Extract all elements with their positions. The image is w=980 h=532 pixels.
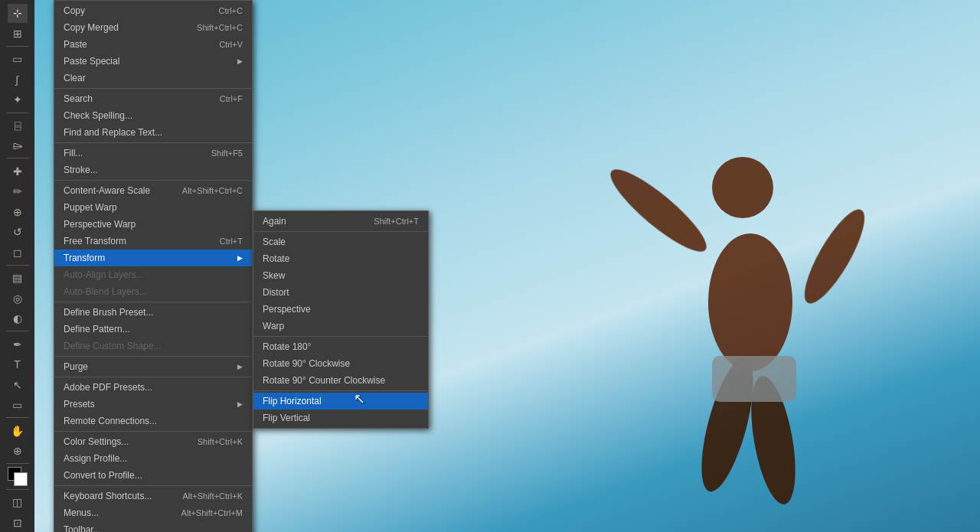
tool-brush[interactable]: ✏ [8, 182, 28, 201]
tool-screen-mode[interactable]: ⊡ [8, 513, 28, 532]
tool-eyedropper[interactable]: ⌲ [8, 136, 28, 155]
tool-pen[interactable]: ✒ [8, 335, 28, 354]
menu-item-free-transform[interactable]: Free Transform Ctrl+T [54, 233, 252, 250]
menu-item-assign-profile[interactable]: Assign Profile... [54, 450, 252, 467]
menu-item-paste-special[interactable]: Paste Special [54, 53, 252, 70]
menu-item-perspective-warp[interactable]: Perspective Warp [54, 216, 252, 233]
submenu-divider-1 [253, 231, 428, 232]
submenu-item-rotate[interactable]: Rotate [253, 250, 428, 267]
submenu-divider-3 [253, 390, 428, 391]
menu-item-content-aware-scale[interactable]: Content-Aware Scale Alt+Shift+Ctrl+C [54, 182, 252, 199]
tool-eraser[interactable]: ◻ [8, 243, 28, 262]
menu-divider-8 [54, 485, 252, 486]
menu-divider-3 [54, 180, 252, 181]
tool-dodge[interactable]: ◐ [8, 309, 28, 328]
tool-lasso[interactable]: ∫ [8, 70, 28, 89]
menu-item-purge[interactable]: Purge [54, 358, 252, 375]
toolbar-divider-2 [6, 113, 29, 113]
tool-path-select[interactable]: ↖ [8, 375, 28, 394]
submenu-item-again[interactable]: Again Shift+Ctrl+T [253, 213, 428, 230]
menu-item-define-brush-preset[interactable]: Define Brush Preset... [54, 304, 252, 321]
svg-point-0 [708, 233, 792, 371]
athlete-figure [444, 11, 942, 532]
background-color[interactable] [14, 472, 28, 486]
menu-item-paste[interactable]: Paste Ctrl+V [54, 36, 252, 53]
submenu-item-perspective[interactable]: Perspective [253, 301, 428, 318]
toolbar-divider-6 [6, 417, 29, 418]
submenu-item-rotate-90-cw[interactable]: Rotate 90° Clockwise [253, 355, 428, 372]
tool-type[interactable]: T [8, 355, 28, 374]
tool-move[interactable]: ⊹ [8, 4, 28, 23]
menu-divider-1 [54, 88, 252, 89]
tool-artboard[interactable]: ⊞ [8, 24, 28, 44]
menu-item-adobe-pdf-presets[interactable]: Adobe PDF Presets... [54, 379, 252, 396]
menu-item-transform[interactable]: Transform [54, 250, 252, 266]
tool-zoom[interactable]: ⊕ [8, 442, 28, 461]
tool-gradient[interactable]: ▤ [8, 269, 28, 288]
toolbar-divider-8 [6, 489, 29, 490]
menu-divider-7 [54, 431, 252, 432]
menu-item-toolbar[interactable]: Toolbar... [54, 521, 252, 532]
submenu-item-scale[interactable]: Scale [253, 233, 428, 250]
menu-item-fill[interactable]: Fill... Shift+F5 [54, 145, 252, 162]
menu-item-puppet-warp[interactable]: Puppet Warp [54, 199, 252, 216]
left-toolbar: ⊹ ⊞ ▭ ∫ ✦ ⌸ ⌲ ✚ ✏ ⊕ ↺ ◻ ▤ ◎ ◐ ✒ T ↖ ▭ ✋ … [0, 0, 34, 532]
menu-item-check-spelling[interactable]: Check Spelling... [54, 107, 252, 124]
toolbar-divider-1 [6, 46, 29, 47]
svg-rect-6 [712, 356, 796, 402]
menu-divider-6 [54, 377, 252, 377]
menu-item-clear[interactable]: Clear [54, 70, 252, 86]
menu-divider-4 [54, 302, 252, 302]
color-boxes[interactable] [8, 467, 28, 486]
menu-item-auto-align-layers: Auto-Align Layers... [54, 266, 252, 283]
menu-item-menus[interactable]: Menus... Alt+Shift+Ctrl+M [54, 504, 252, 521]
submenu-item-warp[interactable]: Warp [253, 318, 428, 335]
tool-marquee[interactable]: ▭ [8, 50, 28, 69]
menu-item-remote-connections[interactable]: Remote Connections... [54, 413, 252, 429]
svg-point-2 [602, 159, 715, 261]
menu-item-keyboard-shortcuts[interactable]: Keyboard Shortcuts... Alt+Shift+Ctrl+K [54, 488, 252, 504]
svg-point-3 [795, 202, 875, 310]
menu-item-stroke[interactable]: Stroke... [54, 162, 252, 178]
submenu-item-flip-horizontal[interactable]: Flip Horizontal [253, 393, 428, 410]
transform-submenu: Again Shift+Ctrl+T Scale Rotate Skew Dis… [253, 211, 429, 429]
menu-item-color-settings[interactable]: Color Settings... Shift+Ctrl+K [54, 433, 252, 450]
svg-point-1 [712, 157, 773, 218]
tool-shape[interactable]: ▭ [8, 396, 28, 415]
tool-quick-mask[interactable]: ◫ [8, 493, 28, 512]
menu-item-copy[interactable]: Copy Ctrl+C [54, 2, 252, 19]
tool-magic-wand[interactable]: ✦ [8, 90, 28, 109]
menu-item-copy-merged[interactable]: Copy Merged Shift+Ctrl+C [54, 19, 252, 36]
tool-blur[interactable]: ◎ [8, 289, 28, 308]
menu-item-search[interactable]: Search Ctrl+F [54, 90, 252, 107]
tool-heal[interactable]: ✚ [8, 162, 28, 181]
submenu-item-rotate-180[interactable]: Rotate 180° [253, 338, 428, 355]
toolbar-divider-5 [6, 331, 29, 331]
menu-divider-2 [54, 142, 252, 143]
submenu-item-rotate-90-ccw[interactable]: Rotate 90° Counter Clockwise [253, 372, 428, 389]
toolbar-divider-3 [6, 158, 29, 158]
tool-clone[interactable]: ⊕ [8, 202, 28, 221]
tool-hand[interactable]: ✋ [8, 421, 28, 440]
menu-item-find-replace[interactable]: Find and Replace Text... [54, 124, 252, 141]
submenu-item-flip-vertical[interactable]: Flip Vertical [253, 410, 428, 426]
menu-item-convert-to-profile[interactable]: Convert to Profile... [54, 467, 252, 484]
submenu-item-distort[interactable]: Distort [253, 284, 428, 301]
menu-divider-5 [54, 356, 252, 357]
submenu-item-skew[interactable]: Skew [253, 267, 428, 284]
tool-history-brush[interactable]: ↺ [8, 223, 28, 242]
submenu-divider-2 [253, 336, 428, 337]
menu-item-define-pattern[interactable]: Define Pattern... [54, 321, 252, 338]
tool-crop[interactable]: ⌸ [8, 116, 28, 135]
menu-item-auto-blend-layers: Auto-Blend Layers... [54, 283, 252, 300]
menu-item-presets[interactable]: Presets [54, 396, 252, 413]
menu-item-define-custom-shape: Define Custom Shape... [54, 338, 252, 354]
toolbar-divider-7 [6, 463, 29, 464]
toolbar-divider-4 [6, 265, 29, 266]
edit-context-menu: Copy Ctrl+C Copy Merged Shift+Ctrl+C Pas… [54, 0, 253, 532]
